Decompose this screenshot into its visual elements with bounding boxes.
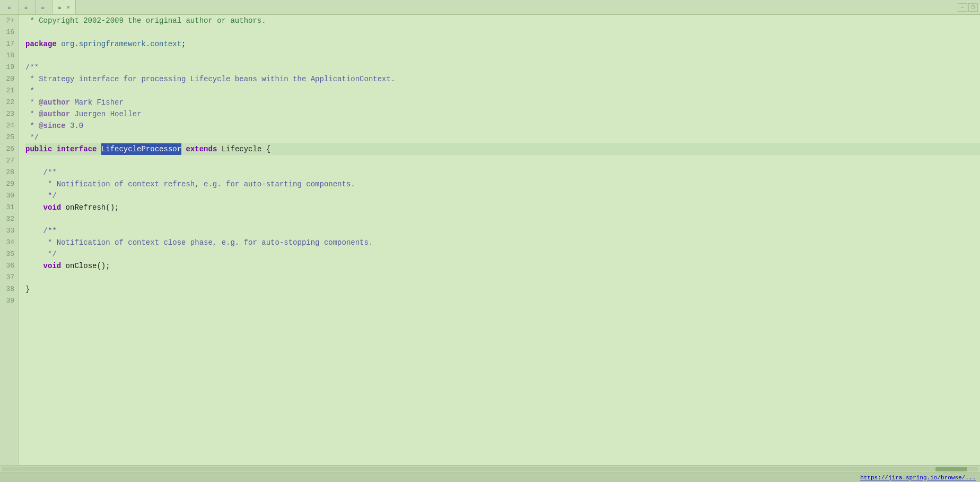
selected-token: LifecycleProcessor [101, 143, 181, 155]
javadoc-token: Mark Fisher [70, 97, 124, 108]
line-number: 22 [6, 97, 14, 108]
code-line: */ [25, 248, 980, 260]
normal-token [25, 260, 43, 272]
javadoc-token: Juergen Hoeller [70, 108, 141, 120]
line-number: 26 [6, 143, 14, 155]
line-number: 39 [6, 295, 14, 307]
normal-token: onClose(); [61, 260, 110, 272]
keyword-token: extends [186, 143, 217, 155]
code-line: public interface LifecycleProcessor exte… [25, 143, 980, 155]
line-number: 32 [6, 213, 14, 225]
line-number: 30 [6, 190, 14, 202]
code-line: */ [25, 132, 980, 143]
line-number: 35 [6, 248, 14, 260]
code-line [25, 27, 980, 38]
normal-token [57, 38, 61, 50]
scrollbar-thumb[interactable] [935, 467, 967, 471]
code-line: */ [25, 190, 980, 202]
tab-annotation[interactable]: ☕ [19, 0, 36, 14]
keyword-token: void [43, 202, 62, 213]
line-number: 21 [6, 85, 14, 97]
line-number: 2+ [6, 15, 14, 27]
javadoc-token: 3.0 [66, 120, 84, 132]
keyword-token: package [25, 38, 57, 50]
status-link[interactable]: https://jira.spring.io/browse/... [860, 475, 976, 481]
normal-token: Lifecycle { [217, 143, 270, 155]
code-line [25, 272, 980, 283]
java-icon-4: ☕ [58, 4, 62, 11]
code-line: * Notification of context refresh, e.g. … [25, 178, 980, 190]
code-line: /** [25, 225, 980, 237]
java-icon-2: ☕ [24, 4, 28, 11]
code-area[interactable]: * Copyright 2002-2009 the original autho… [19, 15, 980, 465]
code-line [25, 295, 980, 307]
javadoc-token: /** [25, 167, 57, 178]
javadoc-token: * [25, 97, 39, 108]
code-line: * @author Mark Fisher [25, 97, 980, 108]
line-number: 33 [6, 225, 14, 237]
normal-token [52, 143, 56, 155]
javadoc-token: /** [25, 225, 57, 237]
comment-token: * Copyright 2002-2009 the original autho… [25, 15, 266, 27]
editor-container: ☕ ☕ ☕ ☕ ✕ — □ 2+161718192021222324252627… [0, 0, 980, 482]
line-number: 38 [6, 283, 14, 295]
javadoc-tag-token: @since [39, 120, 65, 132]
javadoc-token: * [25, 120, 39, 132]
normal-token [97, 143, 101, 155]
normal-token [181, 143, 186, 155]
line-number: 18 [6, 50, 14, 62]
line-number: 17 [6, 38, 14, 50]
horizontal-scrollbar[interactable] [0, 465, 980, 472]
javadoc-token: * Strategy interface for processing Life… [25, 73, 395, 85]
tab-close-button[interactable]: ✕ [67, 4, 71, 11]
javadoc-token: * [25, 108, 39, 120]
javadoc-tag-token: @author [39, 97, 70, 108]
line-number: 20 [6, 73, 14, 85]
line-number: 25 [6, 132, 14, 143]
keyword-token: interface [57, 143, 97, 155]
maximize-button[interactable]: □ [968, 3, 978, 12]
javadoc-token: */ [25, 132, 39, 143]
tab-bar: ☕ ☕ ☕ ☕ ✕ — □ [0, 0, 980, 15]
line-number: 36 [6, 260, 14, 272]
code-line: * @author Juergen Hoeller [25, 108, 980, 120]
code-line [25, 155, 980, 167]
code-line [25, 213, 980, 225]
window-controls: — □ [958, 3, 978, 12]
code-line: package org.springframework.context; [25, 38, 980, 50]
normal-token: ; [181, 38, 186, 50]
java-icon-1: ☕ [7, 4, 11, 11]
javadoc-token: */ [25, 248, 57, 260]
minimize-button[interactable]: — [958, 3, 967, 12]
tab-abstract[interactable]: ☕ [36, 0, 52, 14]
editor-body: 2+16171819202122232425262728293031323334… [0, 15, 980, 465]
code-line: * @since 3.0 [25, 120, 980, 132]
line-number: 29 [6, 178, 14, 190]
line-number: 34 [6, 237, 14, 248]
scrollbar-track [2, 467, 978, 471]
code-line [25, 50, 980, 62]
normal-token: } [25, 283, 30, 295]
tab-lifecycle[interactable]: ☕ ✕ [52, 0, 76, 14]
code-line: * Strategy interface for processing Life… [25, 73, 980, 85]
tab-ioctest[interactable]: ☕ [2, 0, 19, 14]
javadoc-token: * [25, 85, 34, 97]
javadoc-token: */ [25, 190, 57, 202]
line-number: 23 [6, 108, 14, 120]
line-number: 37 [6, 272, 14, 283]
line-number: 16 [6, 27, 14, 38]
keyword-token: void [43, 260, 62, 272]
keyword-token: public [25, 143, 52, 155]
package-token: org.springframework.context [61, 38, 181, 50]
code-line: /** [25, 62, 980, 73]
line-number: 24 [6, 120, 14, 132]
line-number: 27 [6, 155, 14, 167]
javadoc-token: /** [25, 62, 39, 73]
code-line: } [25, 283, 980, 295]
javadoc-token: * Notification of context close phase, e… [25, 237, 373, 248]
normal-token [25, 202, 43, 213]
line-number: 19 [6, 62, 14, 73]
code-line: * Notification of context close phase, e… [25, 237, 980, 248]
code-line: void onClose(); [25, 260, 980, 272]
line-number: 31 [6, 202, 14, 213]
